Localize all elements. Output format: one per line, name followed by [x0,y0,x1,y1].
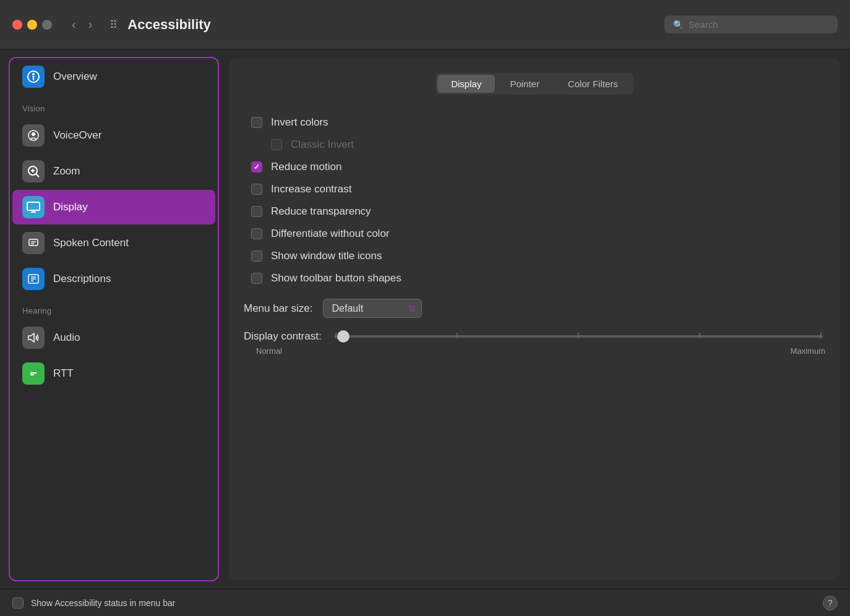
sidebar-item-rtt[interactable]: RTT [12,356,215,391]
settings-list: Invert colors Classic Invert Reduce moti… [244,112,825,289]
increase-contrast-checkbox[interactable] [251,184,262,195]
sidebar-item-label-spoken: Spoken Content [53,237,129,249]
maximize-button[interactable] [42,20,52,30]
bottom-left: Show Accessibility status in menu bar [12,597,175,609]
contrast-slider-track [334,335,823,338]
overview-icon [22,66,45,88]
forward-button[interactable]: › [84,15,98,34]
search-input[interactable] [689,19,829,30]
svg-rect-8 [27,202,40,210]
svg-rect-11 [29,239,38,246]
svg-point-3 [32,132,35,136]
hearing-section-label: Hearing [10,297,218,319]
sidebar-item-label-rtt: RTT [53,367,74,380]
show-toolbar-shapes-checkbox[interactable] [251,273,262,284]
reduce-transparency-row: Reduce transparency [251,201,825,222]
invert-colors-checkbox[interactable] [251,117,262,128]
sidebar: Overview Vision VoiceOver [9,57,219,581]
main-content: Overview Vision VoiceOver [0,49,850,589]
invert-colors-label: Invert colors [271,116,328,129]
slider-max-label: Maximum [791,346,825,356]
reduce-transparency-label: Reduce transparency [271,205,371,218]
display-icon [22,196,45,218]
sidebar-item-label-display: Display [53,201,88,213]
differentiate-checkbox[interactable] [251,228,262,239]
svg-point-1 [32,73,35,75]
increase-contrast-label: Increase contrast [271,183,351,195]
show-window-icons-label: Show window title icons [271,250,382,262]
minimize-button[interactable] [27,20,37,30]
menu-bar-select-wrapper: Default Large ⇅ [323,299,422,318]
sidebar-item-overview[interactable]: Overview [12,59,215,94]
sidebar-item-spoken[interactable]: Spoken Content [12,226,215,260]
sidebar-scroll: Overview Vision VoiceOver [10,58,218,580]
svg-marker-18 [28,333,34,342]
tab-color-filters[interactable]: Color Filters [554,75,632,93]
contrast-label: Display contrast: [244,330,322,343]
menu-bar-row: Menu bar size: Default Large ⇅ [244,289,825,323]
bottom-bar: Show Accessibility status in menu bar ? [0,589,850,616]
menu-bar-select[interactable]: Default Large [323,299,422,318]
search-icon: 🔍 [673,20,684,30]
voiceover-icon [22,124,45,147]
right-panel: Display Pointer Color Filters Invert col… [219,49,850,589]
grid-icon: ⠿ [109,18,118,32]
increase-contrast-row: Increase contrast [251,179,825,200]
rtt-icon [22,362,45,385]
search-box[interactable]: 🔍 [664,15,838,33]
sidebar-item-audio[interactable]: Audio [12,320,215,355]
tab-pointer[interactable]: Pointer [496,75,553,93]
back-button[interactable]: ‹ [67,15,81,34]
show-window-icons-checkbox[interactable] [251,250,262,262]
differentiate-label: Differentiate without color [271,228,390,240]
classic-invert-label: Classic Invert [291,139,354,151]
nav-arrows: ‹ › [67,15,97,34]
tab-display[interactable]: Display [437,75,495,93]
tabs-container: Display Pointer Color Filters [436,73,633,95]
reduce-transparency-checkbox[interactable] [251,206,262,217]
reduce-motion-label: Reduce motion [271,161,341,173]
titlebar: ‹ › ⠿ Accessibility 🔍 [0,0,850,49]
reduce-motion-row: Reduce motion [251,156,825,178]
page-title: Accessibility [127,17,655,33]
invert-colors-row: Invert colors [251,112,825,133]
svg-line-5 [36,174,39,177]
window-controls [12,20,52,30]
contrast-label-row: Display contrast: [244,330,825,343]
tabs-row: Display Pointer Color Filters [244,73,825,95]
slider-min-label: Normal [244,346,282,356]
classic-invert-row: Classic Invert [251,134,825,155]
sidebar-item-label-voiceover: VoiceOver [53,129,101,142]
sidebar-item-label-overview: Overview [53,71,97,83]
sidebar-item-label-descriptions: Descriptions [53,273,111,285]
contrast-slider-thumb[interactable] [337,330,350,343]
show-toolbar-shapes-row: Show toolbar button shapes [251,268,825,289]
sidebar-item-display[interactable]: Display [12,190,215,225]
sidebar-item-label-zoom: Zoom [53,165,80,178]
slider-labels: Normal Maximum [244,346,825,356]
show-window-icons-row: Show window title icons [251,246,825,267]
zoom-icon [22,160,45,182]
sidebar-item-descriptions[interactable]: Descriptions [12,262,215,296]
sidebar-item-label-audio: Audio [53,332,80,344]
sidebar-item-zoom[interactable]: Zoom [12,154,215,189]
reduce-motion-checkbox[interactable] [251,161,262,173]
audio-icon [22,327,45,349]
menu-bar-label: Menu bar size: [244,302,313,315]
status-bar-label: Show Accessibility status in menu bar [31,598,175,608]
descriptions-icon [22,268,45,290]
help-button[interactable]: ? [823,596,838,610]
classic-invert-checkbox[interactable] [271,139,282,150]
panel-inner: Display Pointer Color Filters Invert col… [229,58,840,580]
sidebar-item-voiceover[interactable]: VoiceOver [12,118,215,153]
differentiate-row: Differentiate without color [251,223,825,244]
vision-section-label: Vision [10,95,218,117]
contrast-row: Display contrast: Norma [244,323,825,356]
status-bar-checkbox[interactable] [12,597,24,609]
spoken-icon [22,232,45,254]
show-toolbar-shapes-label: Show toolbar button shapes [271,272,401,284]
close-button[interactable] [12,20,22,30]
